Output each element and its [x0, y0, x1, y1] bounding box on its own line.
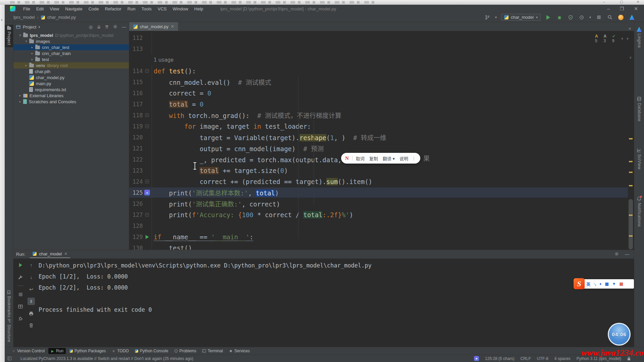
run-button[interactable]: [545, 14, 552, 21]
collapse-all-icon[interactable]: ⇈: [105, 24, 109, 29]
menu-tools[interactable]: Tools: [139, 5, 155, 12]
menu-run[interactable]: Run: [124, 5, 139, 12]
code-line-119[interactable]: 119− for image, target in test_loader:: [129, 121, 628, 132]
line-number[interactable]: 118: [129, 112, 143, 119]
line-separator-widget[interactable]: CRLF: [520, 356, 531, 361]
menu-help[interactable]: Help: [191, 5, 206, 12]
code-line-121[interactable]: 121 output = cnn_model(image) # 预测: [129, 143, 628, 154]
fold-icon[interactable]: −: [145, 69, 149, 73]
warning-stripe-mark[interactable]: [629, 172, 633, 173]
tab-close-icon[interactable]: ✕: [171, 24, 174, 29]
stop-button[interactable]: [595, 14, 602, 21]
code-line-125[interactable]: 125★ print('测试集总样本数:', total): [129, 187, 628, 198]
inspections-widget[interactable]: A 5 A 3 ✓ 9 ∧ ∨: [593, 33, 631, 44]
scroll-to-end-icon[interactable]: ⇟: [28, 298, 35, 305]
line-number[interactable]: 116: [129, 90, 143, 97]
warning-stripe-mark[interactable]: [629, 185, 633, 186]
stripe-tab-notifications[interactable]: Notifications: [634, 196, 644, 227]
line-number[interactable]: 114: [129, 68, 143, 74]
run-line-icon[interactable]: [146, 235, 149, 239]
toolbox-icon[interactable]: ▤: [620, 282, 623, 286]
tree-chevron-icon[interactable]: ▸: [30, 46, 34, 49]
toolwindow-button-terminal[interactable]: >_Terminal: [200, 348, 225, 354]
tree-item-images[interactable]: ▾images: [13, 38, 129, 44]
fold-icon[interactable]: −: [145, 124, 149, 128]
tree-item-cnn-char-test[interactable]: ▸cnn_char_test: [13, 44, 129, 50]
profiler-dropdown-caret[interactable]: ▾: [589, 15, 591, 19]
code-line-123[interactable]: 123 total += target.size(0): [129, 165, 628, 176]
edit-configuration-wrench-icon[interactable]: [17, 274, 24, 281]
chinese-english-toggle-icon[interactable]: 英: [586, 281, 590, 287]
code-line-126[interactable]: 126 print('测试集正确数:', correct): [129, 198, 628, 209]
git-branch-icon[interactable]: [484, 14, 491, 21]
line-number[interactable]: 115: [129, 79, 143, 85]
ai-assistant-icon[interactable]: ★: [474, 356, 479, 361]
debug-button[interactable]: [556, 14, 563, 21]
stripe-tab-structure[interactable]: Structure: [5, 319, 13, 342]
code-line-130[interactable]: 130 test(): [129, 242, 628, 250]
stripe-tab-sciview[interactable]: SciView: [634, 148, 644, 170]
expand-all-icon[interactable]: ⇊: [97, 24, 101, 29]
hide-panel-icon[interactable]: —: [122, 24, 126, 29]
analyzer-icon[interactable]: ≡: [629, 27, 631, 31]
code-line-127[interactable]: 127− print(f'Accuracy: {100 * correct / …: [129, 209, 628, 220]
stop-button-disabled[interactable]: [17, 291, 24, 298]
line-number[interactable]: 126: [129, 200, 143, 207]
encoding-widget[interactable]: UTF-8: [537, 356, 548, 361]
breadcrumb-project[interactable]: lprs_model: [13, 15, 35, 20]
tree-item-test[interactable]: ▸test: [13, 56, 129, 62]
line-number[interactable]: 130: [129, 245, 143, 250]
youdao-item-说明[interactable]: 说明: [399, 155, 408, 162]
menu-window[interactable]: Window: [170, 5, 191, 12]
youdao-item-取词[interactable]: 取词: [356, 155, 365, 162]
prev-issue-chevron[interactable]: ∧: [621, 37, 624, 40]
warning-stripe-mark[interactable]: [629, 161, 633, 162]
rerun-button[interactable]: [17, 261, 24, 269]
hide-console-icon[interactable]: —: [625, 252, 629, 257]
menu-edit[interactable]: Edit: [33, 5, 47, 12]
code-line-129[interactable]: 129if __name__ == '__main__':: [129, 231, 628, 242]
line-number[interactable]: 127: [129, 212, 143, 218]
clear-all-trash-icon[interactable]: [28, 322, 35, 329]
run-with-coverage-button[interactable]: [567, 14, 574, 21]
code-line-114[interactable]: 114−def test():: [129, 65, 628, 76]
breadcrumb-file[interactable]: char_model.py: [47, 15, 76, 20]
tree-chevron-icon[interactable]: ▸: [18, 100, 22, 103]
tree-chevron-icon[interactable]: ▾: [24, 40, 28, 43]
fold-icon[interactable]: −: [145, 180, 149, 183]
menu-refactor[interactable]: Refactor: [102, 5, 124, 12]
menu-navigate[interactable]: Navigate: [62, 5, 85, 12]
line-number[interactable]: 124: [129, 178, 143, 185]
microphone-icon[interactable]: ♦: [599, 282, 601, 286]
toolwindow-button-todo[interactable]: ≡TODO: [109, 348, 131, 354]
locate-file-icon[interactable]: ◎: [89, 24, 93, 29]
maximize-button[interactable]: ❐: [620, 6, 624, 11]
scrollbar-thumb[interactable]: [629, 199, 633, 249]
skin-icon[interactable]: ▼: [612, 282, 616, 286]
editor-scrollbar-stripe[interactable]: ≡ ∨: [628, 32, 634, 250]
project-view-caret[interactable]: ▾: [38, 25, 40, 29]
console-settings-gear-icon[interactable]: [614, 252, 619, 257]
code-line-120[interactable]: 120 target = Variable(target).reshape(1,…: [129, 132, 628, 143]
line-number[interactable]: 128: [129, 223, 143, 229]
project-panel-title[interactable]: Project: [23, 24, 36, 29]
pin-tab-icon[interactable]: [17, 315, 24, 322]
tree-item-venv[interactable]: ▸venvlibrary root: [13, 62, 129, 68]
run-configuration-select[interactable]: char_model ▾: [501, 14, 541, 21]
code-viewport[interactable]: 1121131 usage114−def test():115 cnn_mode…: [129, 32, 628, 250]
run-console-body[interactable]: ↑ ↓ ↩ ⇟ D:\python_pro\lpr3\lprs_model\ve…: [13, 259, 634, 347]
toolwindow-button-services[interactable]: ✱Services: [227, 348, 252, 354]
settings-sync-icon[interactable]: [618, 14, 624, 21]
youdao-more-icon[interactable]: ⋮: [412, 156, 416, 161]
restore-layout-icon[interactable]: [17, 303, 24, 310]
fold-icon[interactable]: −: [145, 113, 149, 117]
usage-hint[interactable]: 1 usage: [129, 57, 174, 63]
soft-keyboard-icon[interactable]: ▦: [605, 282, 608, 286]
sogou-input-toolbar[interactable]: S 英·,♦▦▼▤: [574, 279, 634, 289]
tree-item-cnn-char-train[interactable]: ▸cnn_char_train: [13, 50, 129, 56]
tree-item-main-py[interactable]: main.py: [13, 80, 129, 86]
caret-position-widget[interactable]: 125:28 (5 chars): [485, 356, 514, 361]
stripe-tab-lingma[interactable]: Lingma: [634, 27, 644, 48]
tree-chevron-icon[interactable]: ▸: [30, 52, 34, 55]
code-line-115[interactable]: 115 cnn_model.eval() # 测试模式: [129, 76, 628, 87]
